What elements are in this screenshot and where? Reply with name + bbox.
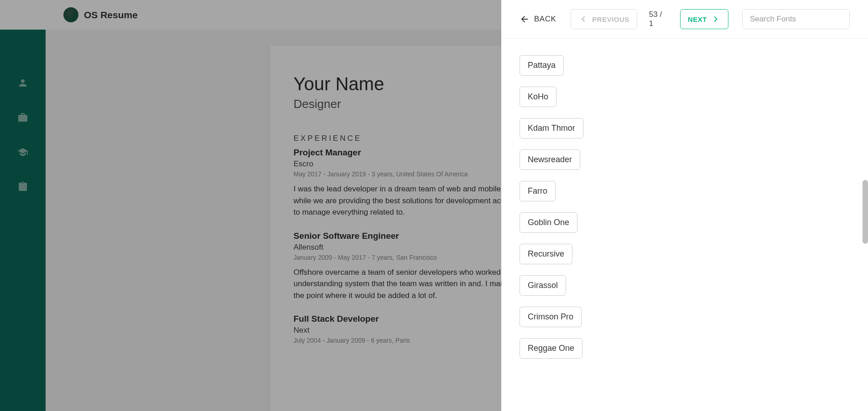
font-option[interactable]: Crimson Pro	[520, 307, 582, 327]
next-label: NEXT	[688, 15, 707, 23]
font-option[interactable]: Girassol	[520, 275, 566, 296]
next-button[interactable]: NEXT	[680, 9, 728, 29]
font-option[interactable]: Goblin One	[520, 212, 577, 233]
font-option[interactable]: Kdam Thmor	[520, 118, 583, 139]
font-panel: BACK PREVIOUS 53 / 1 NEXT PattayaKoHoKda…	[501, 0, 868, 411]
scrollbar-thumb[interactable]	[863, 180, 868, 244]
panel-body: PattayaKoHoKdam ThmorNewsreaderFarroGobl…	[501, 39, 868, 411]
font-option[interactable]: Pattaya	[520, 55, 564, 76]
font-option[interactable]: Recursive	[520, 244, 572, 264]
font-option[interactable]: Newsreader	[520, 149, 580, 170]
previous-label: PREVIOUS	[592, 15, 629, 23]
previous-button: PREVIOUS	[571, 9, 637, 29]
back-button[interactable]: BACK	[520, 14, 556, 24]
font-option[interactable]: Reggae One	[520, 338, 582, 359]
chevron-left-icon	[578, 14, 588, 24]
page-indicator: 53 / 1	[645, 10, 673, 28]
panel-header: BACK PREVIOUS 53 / 1 NEXT	[501, 0, 868, 39]
font-option[interactable]: Farro	[520, 181, 556, 201]
back-label: BACK	[534, 15, 556, 24]
font-option[interactable]: KoHo	[520, 87, 556, 107]
arrow-back-icon	[520, 14, 530, 24]
search-input[interactable]	[742, 9, 850, 29]
chevron-right-icon	[711, 14, 721, 24]
